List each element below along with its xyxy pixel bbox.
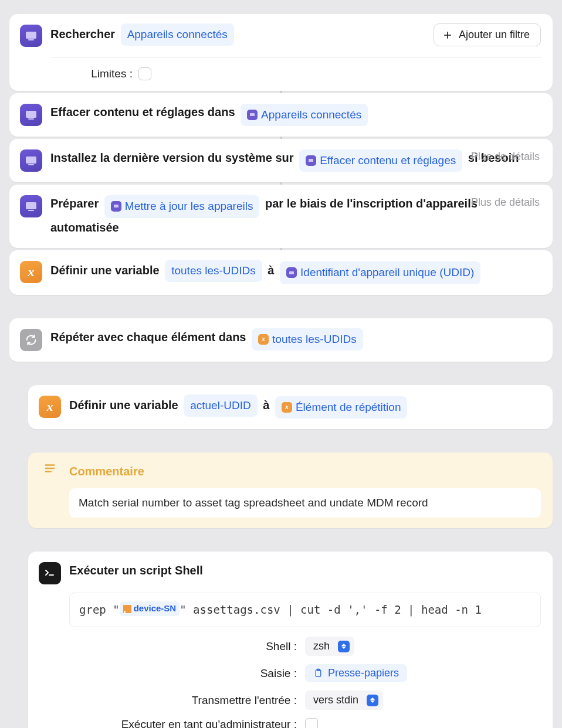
action-set-variable-current-udid[interactable]: x Définir une variable actuel-UDID à x É… — [28, 385, 553, 430]
device-mini-icon — [306, 155, 316, 166]
svg-rect-0 — [26, 32, 36, 39]
action-title: Répéter avec chaque élément dans — [50, 331, 246, 343]
svg-rect-7 — [28, 210, 34, 211]
shell-select[interactable]: zsh — [305, 637, 354, 656]
param-input: Saisie : Presse-papiers — [39, 664, 541, 682]
action-title: Définir une variable — [50, 264, 160, 277]
action-title: Effacer contenu et réglages dans — [50, 106, 235, 118]
device-mini-icon — [286, 267, 297, 278]
admin-checkbox[interactable] — [305, 718, 318, 728]
limits-row: Limites : — [50, 57, 541, 80]
variable-value-token[interactable]: Identifiant d'appareil unique (UDID) — [280, 261, 480, 284]
limits-label: Limites : — [50, 67, 133, 80]
input-clipboard-token[interactable]: Presse-papiers — [305, 664, 407, 682]
chevron-updown-icon — [338, 641, 350, 652]
action-run-shell-script[interactable]: Exécuter un script Shell grep "xdevice-S… — [28, 552, 553, 728]
more-details-link[interactable]: Plus de détails — [471, 196, 540, 209]
action-mid: à — [263, 399, 269, 411]
pass-input-select[interactable]: vers stdin — [305, 690, 383, 710]
param-admin: Exécuter en tant qu'administrateur : — [39, 718, 541, 728]
repeat-collection-token[interactable]: x toutes les-UDIDs — [252, 328, 363, 351]
variable-name-token[interactable]: toutes les-UDIDs — [165, 260, 262, 282]
svg-rect-3 — [28, 118, 34, 120]
add-filter-button[interactable]: Ajouter un filtre — [434, 23, 541, 46]
svg-rect-2 — [26, 111, 36, 118]
action-set-variable-all-udids[interactable]: x Définir une variable toutes les-UDIDs … — [9, 250, 553, 295]
input-label: Saisie : — [39, 667, 297, 680]
device-mini-icon — [247, 110, 258, 120]
comment-text[interactable]: Match serial number to asset tag spreads… — [69, 488, 541, 518]
variable-icon: x — [20, 261, 42, 283]
variable-icon: x — [39, 396, 61, 418]
param-token-connected-devices[interactable]: Appareils connectés — [241, 104, 368, 126]
action-install[interactable]: Installez la dernière version du système… — [9, 139, 553, 182]
variable-value-token[interactable]: x Élément de répétition — [275, 396, 408, 419]
configurator-icon — [20, 149, 42, 172]
shell-script-input[interactable]: grep "xdevice-SN" assettags.csv | cut -d… — [69, 593, 541, 627]
variable-mini-icon: x — [258, 334, 269, 345]
action-title: Installez la dernière version du système… — [50, 151, 294, 164]
action-search[interactable]: Rechercher Appareils connectés Ajouter u… — [9, 14, 553, 91]
configurator-icon — [20, 25, 42, 47]
comment-icon — [39, 462, 61, 475]
more-details-link[interactable]: Plus de détails — [471, 151, 540, 163]
action-erase[interactable]: Effacer contenu et réglages dans Apparei… — [9, 93, 553, 137]
configurator-icon — [20, 104, 42, 126]
variable-mini-icon: x — [123, 605, 131, 613]
action-title: Exécuter un script Shell — [69, 564, 203, 577]
admin-label: Exécuter en tant qu'administrateur : — [39, 718, 297, 728]
svg-rect-6 — [26, 202, 36, 209]
limits-checkbox[interactable] — [138, 67, 151, 80]
terminal-icon — [39, 562, 61, 584]
action-prepare[interactable]: Préparer Mettre à jour les appareils par… — [9, 185, 553, 247]
variable-mini-icon: x — [282, 402, 292, 413]
svg-rect-5 — [28, 164, 34, 165]
param-pass-input: Transmettre l'entrée : vers stdin — [39, 690, 541, 710]
action-title: Définir une variable — [69, 399, 178, 411]
comment-title: Commentaire — [69, 465, 144, 478]
configurator-icon — [20, 195, 42, 217]
variable-name-token[interactable]: actuel-UDID — [184, 394, 257, 417]
action-title: Rechercher — [50, 28, 115, 40]
param-token-connected-devices[interactable]: Appareils connectés — [121, 23, 234, 46]
plus-icon — [442, 30, 453, 40]
action-repeat[interactable]: Répéter avec chaque élément dans x toute… — [9, 318, 553, 362]
pass-label: Transmettre l'entrée : — [39, 694, 297, 707]
action-title: Préparer — [50, 197, 99, 210]
param-token-update-devices[interactable]: Mettre à jour les appareils — [104, 195, 260, 217]
param-token-erase-result[interactable]: Effacer contenu et réglages — [299, 149, 462, 172]
action-comment[interactable]: Commentaire Match serial number to asset… — [28, 453, 553, 528]
shell-label: Shell : — [39, 640, 297, 653]
action-mid: à — [268, 264, 274, 277]
script-variable-token[interactable]: xdevice-SN — [120, 601, 180, 616]
repeat-icon — [20, 329, 42, 351]
svg-rect-1 — [28, 39, 34, 40]
device-mini-icon — [111, 201, 121, 212]
chevron-updown-icon — [367, 695, 378, 706]
param-shell: Shell : zsh — [39, 637, 541, 656]
clipboard-icon — [313, 668, 323, 678]
svg-rect-4 — [26, 157, 36, 164]
